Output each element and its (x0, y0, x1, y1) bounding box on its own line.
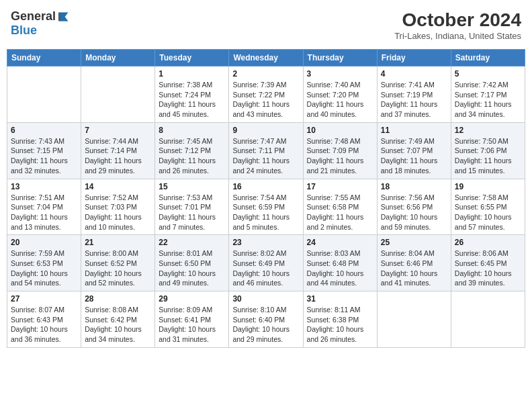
svg-marker-1 (60, 12, 69, 21)
day-info: Sunrise: 7:42 AMSunset: 7:17 PMDaylight:… (455, 80, 521, 120)
day-cell (451, 291, 525, 348)
week-row-5: 27Sunrise: 8:07 AMSunset: 6:43 PMDayligh… (7, 291, 525, 348)
weekday-header-friday: Friday (377, 50, 451, 66)
day-cell: 2Sunrise: 7:39 AMSunset: 7:22 PMDaylight… (229, 66, 303, 123)
day-cell: 6Sunrise: 7:43 AMSunset: 7:15 PMDaylight… (7, 122, 81, 179)
day-info: Sunrise: 8:00 AMSunset: 6:52 PMDaylight:… (85, 248, 151, 288)
weekday-header-tuesday: Tuesday (155, 50, 229, 66)
day-number: 4 (381, 69, 447, 79)
day-cell: 18Sunrise: 7:56 AMSunset: 6:56 PMDayligh… (377, 179, 451, 235)
day-info: Sunrise: 8:02 AMSunset: 6:49 PMDaylight:… (232, 248, 299, 288)
day-info: Sunrise: 8:11 AMSunset: 6:38 PMDaylight:… (307, 305, 373, 345)
calendar-table: SundayMondayTuesdayWednesdayThursdayFrid… (7, 49, 525, 348)
day-info: Sunrise: 7:59 AMSunset: 6:53 PMDaylight:… (11, 248, 77, 288)
day-cell: 16Sunrise: 7:54 AMSunset: 6:59 PMDayligh… (229, 179, 303, 235)
day-number: 28 (85, 294, 151, 304)
day-info: Sunrise: 7:48 AMSunset: 7:09 PMDaylight:… (307, 136, 373, 176)
day-number: 14 (85, 182, 151, 191)
day-number: 10 (307, 126, 373, 135)
logo: General Blue (11, 9, 71, 38)
week-row-4: 20Sunrise: 7:59 AMSunset: 6:53 PMDayligh… (7, 235, 525, 291)
day-info: Sunrise: 7:39 AMSunset: 7:22 PMDaylight:… (232, 80, 299, 120)
day-cell: 22Sunrise: 8:01 AMSunset: 6:50 PMDayligh… (155, 235, 229, 291)
day-cell: 14Sunrise: 7:52 AMSunset: 7:03 PMDayligh… (81, 179, 155, 235)
day-number: 22 (159, 238, 225, 247)
day-number: 17 (307, 182, 373, 191)
day-cell: 12Sunrise: 7:50 AMSunset: 7:06 PMDayligh… (451, 122, 525, 179)
day-info: Sunrise: 7:54 AMSunset: 6:59 PMDaylight:… (232, 193, 299, 232)
day-cell: 10Sunrise: 7:48 AMSunset: 7:09 PMDayligh… (303, 122, 377, 179)
day-cell: 13Sunrise: 7:51 AMSunset: 7:04 PMDayligh… (7, 179, 81, 235)
day-number: 19 (455, 182, 521, 191)
day-cell: 3Sunrise: 7:40 AMSunset: 7:20 PMDaylight… (303, 66, 377, 123)
day-number: 23 (232, 238, 299, 247)
day-cell: 17Sunrise: 7:55 AMSunset: 6:58 PMDayligh… (303, 179, 377, 235)
day-number: 3 (307, 69, 373, 79)
day-cell: 7Sunrise: 7:44 AMSunset: 7:14 PMDaylight… (81, 122, 155, 179)
day-number: 25 (381, 238, 447, 247)
day-cell: 30Sunrise: 8:10 AMSunset: 6:40 PMDayligh… (229, 291, 303, 348)
day-info: Sunrise: 7:45 AMSunset: 7:12 PMDaylight:… (159, 136, 225, 176)
weekday-header-wednesday: Wednesday (229, 50, 303, 66)
day-cell: 26Sunrise: 8:06 AMSunset: 6:45 PMDayligh… (451, 235, 525, 291)
day-cell: 20Sunrise: 7:59 AMSunset: 6:53 PMDayligh… (7, 235, 81, 291)
week-row-1: 1Sunrise: 7:38 AMSunset: 7:24 PMDaylight… (7, 66, 525, 123)
day-number: 24 (307, 238, 373, 247)
day-number: 20 (11, 238, 77, 247)
weekday-header-thursday: Thursday (303, 50, 377, 66)
day-cell (81, 66, 155, 123)
day-number: 11 (381, 126, 447, 135)
day-info: Sunrise: 8:03 AMSunset: 6:48 PMDaylight:… (307, 248, 373, 288)
day-info: Sunrise: 8:06 AMSunset: 6:45 PMDaylight:… (455, 248, 521, 288)
day-number: 12 (455, 126, 521, 135)
day-info: Sunrise: 7:41 AMSunset: 7:19 PMDaylight:… (381, 80, 447, 120)
page-header: General Blue October 2024 Tri-Lakes, Ind… (7, 7, 525, 44)
day-cell (7, 66, 81, 123)
day-number: 27 (11, 294, 77, 304)
day-info: Sunrise: 7:50 AMSunset: 7:06 PMDaylight:… (455, 136, 521, 176)
logo-general-text: General (11, 9, 56, 24)
day-cell: 19Sunrise: 7:58 AMSunset: 6:55 PMDayligh… (451, 179, 525, 235)
day-cell: 5Sunrise: 7:42 AMSunset: 7:17 PMDaylight… (451, 66, 525, 123)
day-info: Sunrise: 7:49 AMSunset: 7:07 PMDaylight:… (381, 136, 447, 176)
day-info: Sunrise: 8:04 AMSunset: 6:46 PMDaylight:… (381, 248, 447, 288)
day-number: 21 (85, 238, 151, 247)
day-number: 7 (85, 126, 151, 135)
day-info: Sunrise: 8:01 AMSunset: 6:50 PMDaylight:… (159, 248, 225, 288)
month-title: October 2024 (394, 9, 521, 31)
day-number: 13 (11, 182, 77, 191)
day-cell (377, 291, 451, 348)
weekday-header-row: SundayMondayTuesdayWednesdayThursdayFrid… (7, 50, 525, 66)
day-number: 16 (232, 182, 299, 191)
location-text: Tri-Lakes, Indiana, United States (394, 31, 521, 41)
day-info: Sunrise: 7:38 AMSunset: 7:24 PMDaylight:… (159, 80, 225, 120)
day-cell: 25Sunrise: 8:04 AMSunset: 6:46 PMDayligh… (377, 235, 451, 291)
weekday-header-monday: Monday (81, 50, 155, 66)
week-row-2: 6Sunrise: 7:43 AMSunset: 7:15 PMDaylight… (7, 122, 525, 179)
week-row-3: 13Sunrise: 7:51 AMSunset: 7:04 PMDayligh… (7, 179, 525, 235)
day-number: 5 (455, 69, 521, 79)
day-cell: 8Sunrise: 7:45 AMSunset: 7:12 PMDaylight… (155, 122, 229, 179)
day-number: 15 (159, 182, 225, 191)
day-info: Sunrise: 7:56 AMSunset: 6:56 PMDaylight:… (381, 193, 447, 232)
day-number: 2 (232, 69, 299, 79)
day-cell: 23Sunrise: 8:02 AMSunset: 6:49 PMDayligh… (229, 235, 303, 291)
day-number: 31 (307, 294, 373, 304)
day-info: Sunrise: 7:44 AMSunset: 7:14 PMDaylight:… (85, 136, 151, 176)
day-cell: 24Sunrise: 8:03 AMSunset: 6:48 PMDayligh… (303, 235, 377, 291)
day-cell: 31Sunrise: 8:11 AMSunset: 6:38 PMDayligh… (303, 291, 377, 348)
day-info: Sunrise: 7:53 AMSunset: 7:01 PMDaylight:… (159, 193, 225, 232)
day-number: 30 (232, 294, 299, 304)
logo-flag-icon (57, 11, 71, 22)
day-number: 8 (159, 126, 225, 135)
logo-blue-text: Blue (11, 24, 37, 38)
day-info: Sunrise: 8:07 AMSunset: 6:43 PMDaylight:… (11, 305, 77, 345)
day-cell: 1Sunrise: 7:38 AMSunset: 7:24 PMDaylight… (155, 66, 229, 123)
title-area: October 2024 Tri-Lakes, Indiana, United … (394, 9, 521, 41)
svg-rect-2 (58, 12, 60, 21)
day-info: Sunrise: 8:10 AMSunset: 6:40 PMDaylight:… (232, 305, 299, 345)
day-number: 9 (232, 126, 299, 135)
day-cell: 28Sunrise: 8:08 AMSunset: 6:42 PMDayligh… (81, 291, 155, 348)
day-cell: 9Sunrise: 7:47 AMSunset: 7:11 PMDaylight… (229, 122, 303, 179)
weekday-header-saturday: Saturday (451, 50, 525, 66)
